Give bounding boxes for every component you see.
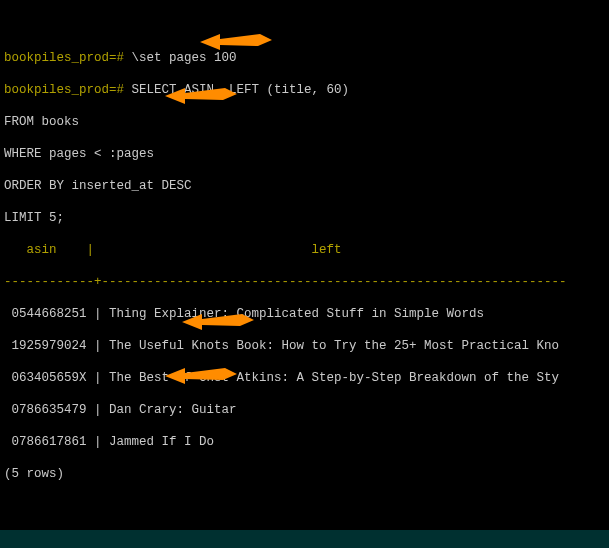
table-row: 0544668251 | Thing Explainer: Complicate… (4, 306, 605, 322)
result-sep-1: ------------+---------------------------… (4, 274, 605, 290)
table-row: 063405659X | The Best of Chet Atkins: A … (4, 370, 605, 386)
terminal: bookpiles_prod=# \set pages 100 bookpile… (0, 0, 609, 548)
sql-order-1: ORDER BY inserted_at DESC (4, 178, 605, 194)
cmd-select-1: bookpiles_prod=# SELECT ASIN, LEFT (titl… (4, 82, 605, 98)
blank-line (4, 498, 605, 514)
result-header-1: asin | left (4, 242, 605, 258)
table-row: 0786617861 | Jammed If I Do (4, 434, 605, 450)
prompt: bookpiles_prod=# (4, 83, 124, 97)
sql-select-1: SELECT ASIN, LEFT (title, 60) (132, 83, 350, 97)
table-row: 0786635479 | Dan Crary: Guitar (4, 402, 605, 418)
sql-where-1: WHERE pages < :pages (4, 146, 605, 162)
table-row: 1925979024 | The Useful Knots Book: How … (4, 338, 605, 354)
sql-from-1: FROM books (4, 114, 605, 130)
svg-marker-0 (200, 34, 272, 50)
sql-limit-1: LIMIT 5; (4, 210, 605, 226)
set-cmd-1: \set pages 100 (132, 51, 237, 65)
rowcount-1: (5 rows) (4, 466, 605, 482)
hdr-asin-1: asin | (4, 243, 94, 257)
prompt: bookpiles_prod=# (4, 51, 124, 65)
status-bar[interactable]: bookpiles_prod=# (0, 530, 609, 548)
annotation-arrow (200, 2, 272, 78)
cmd-set-1: bookpiles_prod=# \set pages 100 (4, 50, 605, 66)
hdr-left-1: left (94, 243, 342, 257)
